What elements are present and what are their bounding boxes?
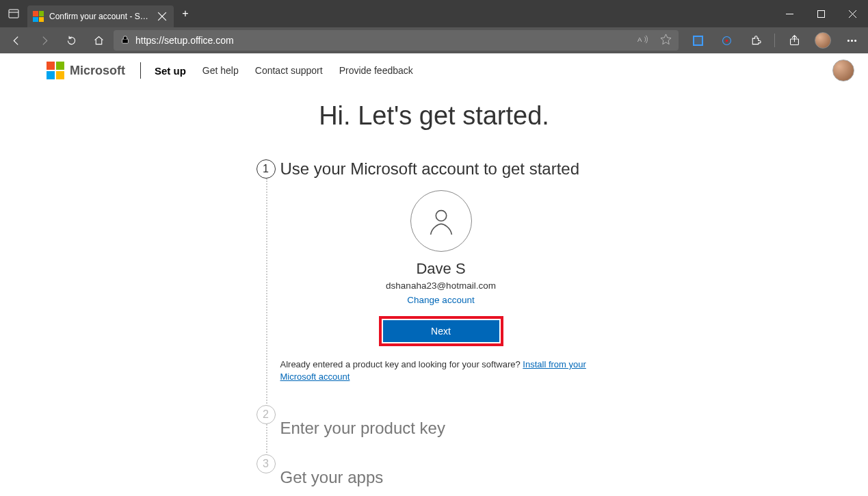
svg-point-12 <box>725 39 727 41</box>
microsoft-logo-text: Microsoft <box>70 64 125 78</box>
url-text: https://setup.office.com <box>135 35 234 46</box>
product-key-hint: Already entered a product key and lookin… <box>280 358 602 383</box>
toolbar-divider <box>774 34 775 47</box>
screenshot-icon[interactable] <box>685 29 710 51</box>
account-avatar[interactable] <box>832 60 854 81</box>
svg-point-15 <box>851 40 852 41</box>
nav-separator <box>140 62 141 79</box>
new-tab-button[interactable]: + <box>174 8 197 20</box>
step-3-title: Get your apps <box>280 467 626 488</box>
back-button[interactable] <box>4 29 29 51</box>
tab-close-icon[interactable] <box>157 12 167 21</box>
svg-rect-8 <box>122 39 129 43</box>
step-1-title: Use your Microsoft account to get starte… <box>280 158 626 180</box>
step-1: 1 Use your Microsoft account to get star… <box>257 158 626 404</box>
home-button[interactable] <box>86 29 111 51</box>
svg-rect-5 <box>817 10 824 17</box>
address-bar[interactable]: https://setup.office.com A <box>114 30 679 51</box>
browser-tab[interactable]: Confirm your account - Setup Of <box>27 5 174 27</box>
svg-rect-0 <box>9 10 18 18</box>
hint-text: Already entered a product key and lookin… <box>280 359 523 369</box>
nav-contact-support[interactable]: Contact support <box>255 65 323 77</box>
window-maximize-button[interactable] <box>805 0 837 27</box>
microsoft-favicon-icon <box>33 11 44 22</box>
step-2-title: Enter your product key <box>280 417 626 439</box>
step-3-number: 3 <box>257 454 276 473</box>
extensions-icon[interactable] <box>743 29 767 51</box>
next-button[interactable]: Next <box>383 320 499 342</box>
change-account-link[interactable]: Change account <box>407 295 474 305</box>
favorites-icon[interactable] <box>660 34 672 47</box>
svg-text:A: A <box>637 36 642 43</box>
profile-button[interactable] <box>811 29 835 51</box>
svg-point-16 <box>854 40 856 41</box>
user-name: Dave S <box>416 260 465 278</box>
nav-get-help[interactable]: Get help <box>202 65 239 77</box>
microsoft-logo-icon <box>47 62 64 79</box>
page-header: Microsoft Set up Get help Contact suppor… <box>0 53 868 88</box>
discover-icon[interactable] <box>714 29 739 51</box>
next-button-highlight: Next <box>379 316 503 346</box>
microsoft-logo[interactable]: Microsoft <box>47 62 125 79</box>
svg-point-14 <box>847 40 849 41</box>
svg-marker-10 <box>661 34 671 44</box>
menu-button[interactable] <box>839 29 864 51</box>
site-info-icon[interactable] <box>120 35 130 47</box>
window-minimize-button[interactable] <box>774 0 805 27</box>
read-aloud-icon[interactable]: A <box>637 34 649 47</box>
nav-setup[interactable]: Set up <box>155 65 186 77</box>
step-1-number: 1 <box>257 159 276 179</box>
refresh-button[interactable] <box>59 29 83 51</box>
forward-button <box>31 29 56 51</box>
step-3: 3 Get your apps <box>257 453 626 496</box>
window-close-button[interactable] <box>837 0 868 27</box>
step-2-number: 2 <box>257 405 276 424</box>
tab-actions-icon[interactable] <box>0 0 27 27</box>
page-title: Hi. Let's get started. <box>319 101 549 131</box>
tab-title: Confirm your account - Setup Of <box>49 12 152 21</box>
svg-point-17 <box>436 211 446 221</box>
user-email: dshanaha23@hotmail.com <box>386 280 496 291</box>
share-icon[interactable] <box>782 29 806 51</box>
step-2: 2 Enter your product key <box>257 404 626 453</box>
user-avatar-icon <box>410 190 472 252</box>
nav-provide-feedback[interactable]: Provide feedback <box>339 65 413 77</box>
